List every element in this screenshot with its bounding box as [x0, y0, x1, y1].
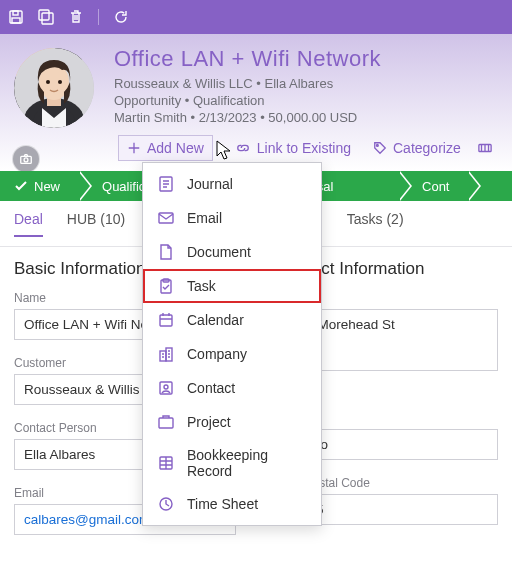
svg-point-10	[46, 80, 50, 84]
menu-item-bookkeeping[interactable]: Bookkeeping Record	[143, 439, 321, 487]
menu-label: Contact	[187, 380, 235, 396]
menu-item-journal[interactable]: Journal	[143, 167, 321, 201]
refresh-icon[interactable]	[113, 9, 129, 25]
menu-label: Task	[187, 278, 216, 294]
menu-item-task[interactable]: Task	[143, 269, 321, 303]
record-meta-1: Opportunity • Qualification	[114, 93, 498, 108]
stage-label: New	[34, 179, 60, 194]
menu-item-contact[interactable]: Contact	[143, 371, 321, 405]
svg-point-24	[164, 385, 168, 389]
svg-rect-17	[159, 213, 173, 223]
record-title: Office LAN + Wifi Network	[114, 46, 498, 72]
menu-label: Document	[187, 244, 251, 260]
save-icon[interactable]	[8, 9, 24, 25]
menu-item-email[interactable]: Email	[143, 201, 321, 235]
tab-deal[interactable]: Deal	[14, 211, 43, 237]
tab-label: Deal	[14, 211, 43, 227]
svg-point-14	[376, 145, 378, 147]
stage-new[interactable]: New	[0, 171, 78, 201]
svg-rect-3	[39, 10, 49, 20]
menu-label: Bookkeeping Record	[187, 447, 307, 479]
menu-label: Project	[187, 414, 231, 430]
svg-rect-4	[42, 13, 53, 24]
separator	[98, 9, 99, 25]
header-text: Office LAN + Wifi Network Rousseaux & Wi…	[100, 48, 498, 171]
svg-rect-2	[12, 18, 20, 23]
more-actions-button[interactable]	[477, 135, 493, 161]
delete-icon[interactable]	[68, 9, 84, 25]
save-all-icon[interactable]	[38, 9, 54, 25]
menu-item-project[interactable]: Project	[143, 405, 321, 439]
tab-tasks[interactable]: Tasks (2)	[347, 211, 404, 236]
check-icon	[14, 179, 28, 193]
svg-rect-20	[160, 315, 172, 326]
menu-label: Time Sheet	[187, 496, 258, 512]
categorize-label: Categorize	[393, 140, 461, 156]
add-new-button[interactable]: Add New	[118, 135, 213, 161]
record-header: Office LAN + Wifi Network Rousseaux & Wi…	[0, 34, 512, 171]
menu-item-timesheet[interactable]: Time Sheet	[143, 487, 321, 521]
menu-label: Email	[187, 210, 222, 226]
menu-item-calendar[interactable]: Calendar	[143, 303, 321, 337]
categorize-button[interactable]: Categorize	[373, 135, 461, 161]
menu-item-document[interactable]: Document	[143, 235, 321, 269]
svg-rect-1	[13, 11, 18, 15]
svg-rect-21	[160, 351, 166, 361]
menu-label: Calendar	[187, 312, 244, 328]
menu-label: Company	[187, 346, 247, 362]
add-new-label: Add New	[147, 140, 204, 156]
stage-label: Cont	[422, 179, 449, 194]
svg-point-13	[24, 158, 28, 162]
tab-label: Tasks (2)	[347, 211, 404, 227]
svg-rect-25	[159, 418, 173, 428]
tab-label: HUB (10)	[67, 211, 125, 227]
avatar-container	[14, 48, 100, 171]
menu-item-company[interactable]: Company	[143, 337, 321, 371]
change-photo-button[interactable]	[12, 145, 40, 173]
record-subtitle: Rousseaux & Willis LLC • Ella Albares	[114, 76, 498, 91]
window-toolbar	[0, 0, 512, 34]
record-meta-2: Martin Smith • 2/13/2023 • 50,000.00 USD	[114, 110, 498, 125]
link-existing-label: Link to Existing	[257, 140, 351, 156]
avatar[interactable]	[14, 48, 94, 128]
menu-label: Journal	[187, 176, 233, 192]
svg-point-11	[58, 80, 62, 84]
add-new-menu: Journal Email Document Task Calendar Com…	[142, 162, 322, 526]
cursor-icon	[216, 140, 234, 162]
link-existing-button[interactable]: Link to Existing	[235, 135, 351, 161]
tab-hub[interactable]: HUB (10)	[67, 211, 125, 236]
